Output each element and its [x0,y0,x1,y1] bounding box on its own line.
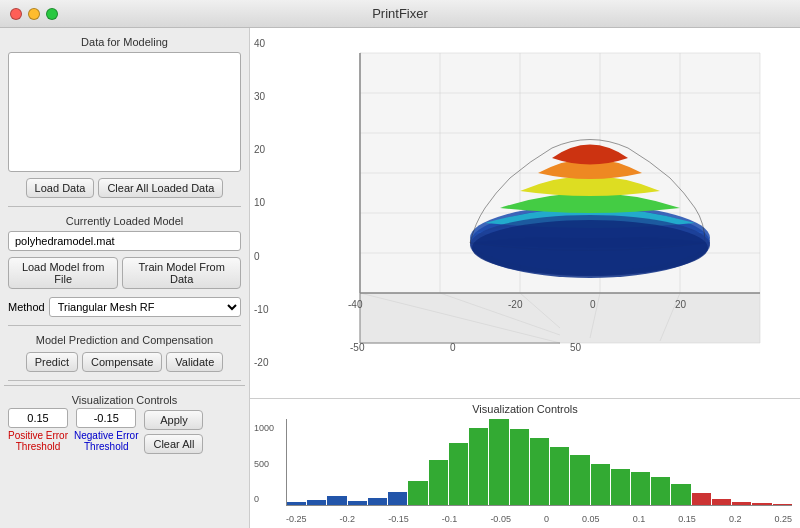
hist-bar-2 [307,500,326,505]
viz-controls-left: Visualization Controls Positive ErrorThr… [4,385,245,458]
svg-text:0: 0 [450,342,456,353]
maximize-button[interactable] [46,8,58,20]
hist-bar-15 [570,455,589,505]
prediction-buttons-row: Predict Compensate Validate [8,352,241,372]
positive-threshold-input[interactable] [8,408,68,428]
y-label--20: -20 [254,357,268,368]
apply-button[interactable]: Apply [144,410,203,430]
hist-x--005: -0.05 [490,514,511,524]
negative-threshold-input[interactable] [76,408,136,428]
hist-x-025: 0.25 [774,514,792,524]
hist-bar-24 [752,503,771,505]
hist-bar-19 [651,477,670,505]
hist-bar-22 [712,499,731,505]
separator-1 [8,206,241,207]
hist-y-1000: 1000 [254,423,274,433]
hist-bar-25 [773,504,792,505]
separator-2 [8,325,241,326]
hist-bar-7 [408,481,427,505]
negative-threshold-label: Negative ErrorThreshold [74,430,138,452]
y-label--10: -10 [254,304,268,315]
hist-y-0: 0 [254,494,274,504]
hist-bar-11 [489,419,508,505]
svg-text:50: 50 [570,342,582,353]
hist-bar-12 [510,429,529,505]
negative-threshold-box: Negative ErrorThreshold [74,408,138,452]
hist-x--025: -0.25 [286,514,307,524]
histogram-title: Visualization Controls [472,403,578,415]
model-buttons-row: Load Model from File Train Model From Da… [8,257,241,289]
histogram-section: Visualization Controls 1000 500 0 [250,398,800,528]
data-buttons-row: Load Data Clear All Loaded Data [8,178,241,198]
hist-x-0: 0 [544,514,549,524]
data-modeling-label: Data for Modeling [4,36,245,48]
hist-bar-9 [449,443,468,505]
viz-container: 40 30 20 10 0 -10 -20 [250,28,800,398]
y-label-0: 0 [254,251,268,262]
separator-3 [8,380,241,381]
y-label-40: 40 [254,38,268,49]
hist-x-01: 0.1 [633,514,646,524]
hist-bar-1 [287,502,306,505]
minimize-button[interactable] [28,8,40,20]
hist-bar-14 [550,447,569,505]
svg-text:0: 0 [590,299,596,310]
titlebar: PrintFixer [0,0,800,28]
app-title: PrintFixer [372,6,428,21]
svg-text:-40: -40 [348,299,363,310]
hist-bar-16 [591,464,610,505]
hist-bar-6 [388,492,407,505]
histogram-bars [286,419,792,506]
main-layout: Data for Modeling Load Data Clear All Lo… [0,28,800,528]
y-label-20: 20 [254,144,268,155]
clear-all-data-button[interactable]: Clear All Loaded Data [98,178,223,198]
svg-text:-20: -20 [508,299,523,310]
hist-bar-13 [530,438,549,505]
hist-bar-17 [611,469,630,505]
svg-text:-50: -50 [350,342,365,353]
hist-bar-5 [368,498,387,505]
threshold-row: Positive ErrorThreshold Negative ErrorTh… [8,408,241,454]
compensate-button[interactable]: Compensate [82,352,162,372]
hist-bar-18 [631,472,650,505]
hist-bar-3 [327,496,346,505]
apply-buttons-col: Apply Clear All [144,410,203,454]
method-label: Method [8,301,45,313]
hist-x-labels: -0.25 -0.2 -0.15 -0.1 -0.05 0 0.05 0.1 0… [286,514,792,524]
hist-x-02: 0.2 [729,514,742,524]
close-button[interactable] [10,8,22,20]
train-model-button[interactable]: Train Model From Data [122,257,241,289]
left-panel: Data for Modeling Load Data Clear All Lo… [0,28,250,528]
window-controls[interactable] [10,8,58,20]
hist-bar-20 [671,484,690,505]
load-data-button[interactable]: Load Data [26,178,95,198]
model-filename-input[interactable] [8,231,241,251]
y-axis-labels: 40 30 20 10 0 -10 -20 [254,38,268,368]
hist-y-labels: 1000 500 0 [254,423,274,504]
currently-loaded-model-label: Currently Loaded Model [4,215,245,227]
hist-y-500: 500 [254,459,274,469]
load-model-button[interactable]: Load Model from File [8,257,118,289]
y-label-10: 10 [254,197,268,208]
hist-x-015: 0.15 [678,514,696,524]
data-list-area [8,52,241,172]
hist-bar-4 [348,501,367,505]
method-select[interactable]: Triangular Mesh RF Linear Neural Network [49,297,241,317]
hist-bar-8 [429,460,448,505]
hist-x--015: -0.15 [388,514,409,524]
prediction-section-label: Model Prediction and Compensation [4,334,245,346]
right-panel: 40 30 20 10 0 -10 -20 [250,28,800,528]
hist-bar-21 [692,493,711,505]
clear-all-viz-button[interactable]: Clear All [144,434,203,454]
validate-button[interactable]: Validate [166,352,223,372]
hist-x--02: -0.2 [340,514,356,524]
positive-threshold-box: Positive ErrorThreshold [8,408,68,452]
svg-point-31 [472,220,708,276]
3d-plot-svg: 50 0 -50 -40 -20 0 20 [280,33,780,373]
y-label-30: 30 [254,91,268,102]
hist-x-005: 0.05 [582,514,600,524]
viz-controls-left-label: Visualization Controls [8,394,241,406]
method-row: Method Triangular Mesh RF Linear Neural … [8,297,241,317]
hist-bar-23 [732,502,751,505]
predict-button[interactable]: Predict [26,352,78,372]
